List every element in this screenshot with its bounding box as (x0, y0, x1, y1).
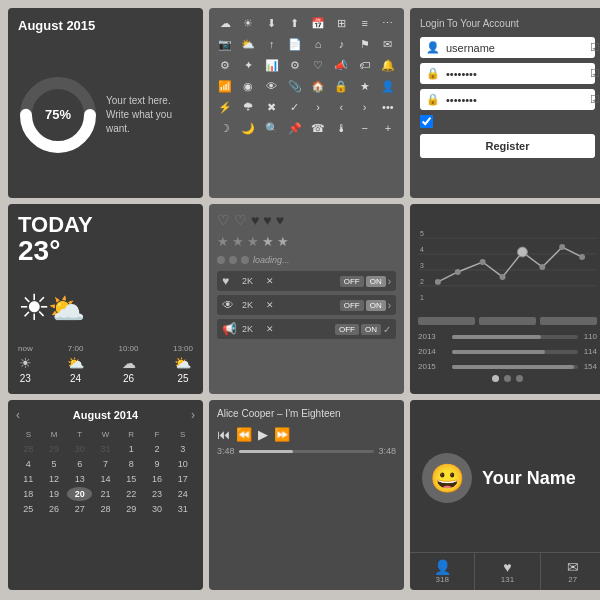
cal-day-20-today[interactable]: 20 (67, 487, 92, 501)
svg-point-14 (480, 259, 486, 265)
heart-5-icon: ♥ (276, 212, 284, 228)
svg-point-12 (435, 279, 441, 285)
cal-day-29[interactable]: 29 (42, 442, 67, 456)
progress-bg[interactable] (239, 450, 375, 453)
forecast-temp-1300: 25 (177, 373, 188, 384)
svg-point-15 (500, 274, 506, 280)
profile-nav-messages[interactable]: ✉ 27 (541, 553, 600, 590)
cal-day-8[interactable]: 8 (119, 457, 144, 471)
play-button[interactable]: ▶ (258, 427, 268, 442)
profile-messages-icon: ✉ (567, 559, 579, 575)
icon-x: ✖ (262, 98, 282, 116)
dot-3[interactable] (516, 375, 523, 382)
profile-nav-users[interactable]: 👤 318 (410, 553, 475, 590)
toggle-mega-switch: OFF ON ✓ (335, 324, 391, 335)
username-input[interactable] (446, 42, 584, 54)
svg-point-19 (579, 254, 585, 260)
forecast-temp-1000: 26 (123, 373, 134, 384)
cal-day-28b[interactable]: 28 (93, 502, 118, 516)
forecast-time-now: now (18, 344, 33, 353)
cal-day-30b[interactable]: 30 (145, 502, 170, 516)
dot-2[interactable] (504, 375, 511, 382)
prev-button[interactable]: ⏪ (236, 427, 252, 442)
cal-day-2[interactable]: 2 (145, 442, 170, 456)
toggle-off-btn[interactable]: OFF (340, 276, 364, 287)
icon-arrow-up: ↑ (262, 35, 282, 53)
music-time-current: 3:48 (217, 446, 235, 456)
icon-calendar: 📅 (308, 14, 328, 32)
cal-next-button[interactable]: › (191, 408, 195, 422)
music-panel: Alice Cooper – I'm Eighteen ⏮ ⏪ ▶ ⏩ 3:48… (209, 400, 404, 590)
icon-map: 🏠 (308, 77, 328, 95)
profile-nav-likes[interactable]: ♥ 131 (475, 553, 540, 590)
register-button[interactable]: Register (420, 134, 595, 158)
next-button[interactable]: ⏩ (274, 427, 290, 442)
forecast-time-1300: 13:00 (173, 344, 193, 353)
star-5-icon: ★ (277, 234, 289, 249)
cal-day-1[interactable]: 1 (119, 442, 144, 456)
icon-grid: ⊞ (331, 14, 351, 32)
cal-day-5[interactable]: 5 (42, 457, 67, 471)
donut-container: 75% Your text here.Write what you want. (18, 41, 193, 188)
cal-day-18[interactable]: 18 (16, 487, 41, 501)
icon-file: 📄 (285, 35, 305, 53)
cal-day-3[interactable]: 3 (170, 442, 195, 456)
toggle-eye-off-btn[interactable]: OFF (340, 300, 364, 311)
cal-day-23[interactable]: 23 (145, 487, 170, 501)
terms-checkbox[interactable] (420, 115, 433, 128)
toggle-mega-off-btn[interactable]: OFF (335, 324, 359, 335)
cal-day-6[interactable]: 6 (67, 457, 92, 471)
cal-day-7[interactable]: 7 (93, 457, 118, 471)
toggle-heart-icon: ♥ (222, 274, 238, 288)
cal-day-21[interactable]: 21 (93, 487, 118, 501)
rewind-button[interactable]: ⏮ (217, 427, 230, 442)
stars-row: ★ ★ ★ ★ ★ (217, 234, 396, 249)
cal-day-26[interactable]: 26 (42, 502, 67, 516)
icon-pin: 📌 (285, 119, 305, 137)
weather-cloud-icon: ⛅ (48, 291, 85, 326)
toggle-mega-on-btn[interactable]: ON (361, 324, 381, 335)
toggle-on-btn[interactable]: ON (366, 276, 386, 287)
toggle-eye-count: 2K (242, 300, 262, 310)
panel1-title: August 2015 (18, 18, 193, 33)
password2-input[interactable] (446, 94, 584, 106)
toggle-row-eye: 👁 2K ✕ OFF ON › (217, 295, 396, 315)
donut-chart: 75% (18, 75, 98, 155)
chart-label-2013: 2013 110 (418, 332, 597, 341)
svg-point-16 (517, 247, 527, 257)
heart-2-icon: ♡ (234, 212, 247, 228)
load-dot-2 (229, 256, 237, 264)
cal-day-15[interactable]: 15 (119, 472, 144, 486)
icon-settings: ⚙ (215, 56, 235, 74)
cal-day-25[interactable]: 25 (16, 502, 41, 516)
cal-day-31[interactable]: 31 (93, 442, 118, 456)
cal-day-19[interactable]: 19 (42, 487, 67, 501)
cal-day-28[interactable]: 28 (16, 442, 41, 456)
cal-day-4[interactable]: 4 (16, 457, 41, 471)
icon-envelope: ✉ (378, 35, 398, 53)
cal-day-16[interactable]: 16 (145, 472, 170, 486)
cal-day-24[interactable]: 24 (170, 487, 195, 501)
cal-day-30[interactable]: 30 (67, 442, 92, 456)
track-title: Alice Cooper – I'm Eighteen (217, 408, 396, 419)
cal-day-13[interactable]: 13 (67, 472, 92, 486)
cal-day-29b[interactable]: 29 (119, 502, 144, 516)
cal-day-10[interactable]: 10 (170, 457, 195, 471)
cal-day-22[interactable]: 22 (119, 487, 144, 501)
cal-prev-button[interactable]: ‹ (16, 408, 20, 422)
cal-day-31b[interactable]: 31 (170, 502, 195, 516)
icon-minus: − (355, 119, 375, 137)
password-input[interactable] (446, 68, 584, 80)
forecast-700: 7:00 ⛅ 24 (67, 344, 84, 384)
icon-chevron-r2: › (355, 98, 375, 116)
cal-day-17[interactable]: 17 (170, 472, 195, 486)
cal-day-12[interactable]: 12 (42, 472, 67, 486)
cal-day-27[interactable]: 27 (67, 502, 92, 516)
cal-day-14[interactable]: 14 (93, 472, 118, 486)
cal-day-11[interactable]: 11 (16, 472, 41, 486)
toggle-eye-on-btn[interactable]: ON (366, 300, 386, 311)
dot-1[interactable] (492, 375, 499, 382)
cal-header-thu: R (119, 428, 144, 441)
year-bar-2 (479, 317, 536, 325)
cal-day-9[interactable]: 9 (145, 457, 170, 471)
